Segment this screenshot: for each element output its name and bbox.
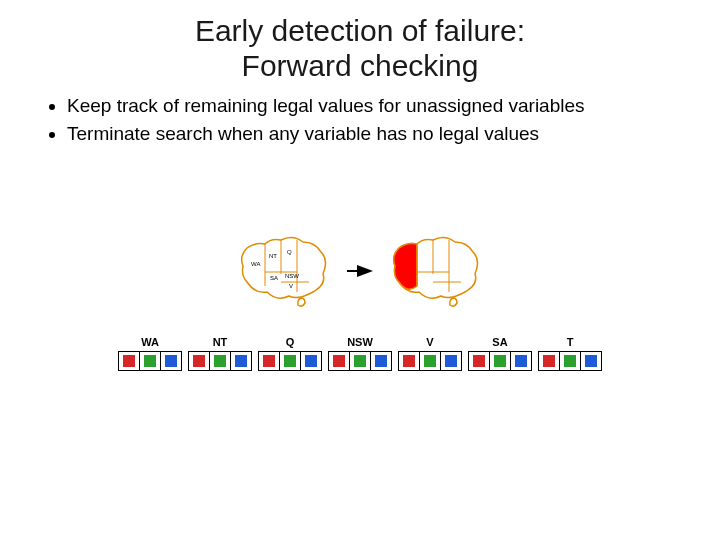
region-wa-assigned: [394, 244, 417, 290]
green-swatch: [424, 355, 436, 367]
red-swatch: [473, 355, 485, 367]
domain-cell: [329, 352, 350, 370]
domain-cell-group: [468, 351, 532, 371]
domain-cell: [469, 352, 490, 370]
blue-swatch: [165, 355, 177, 367]
domain-cell-group: [328, 351, 392, 371]
region-label: WA: [251, 261, 260, 267]
aus-tasmania: [298, 298, 305, 306]
domain-cell: [259, 352, 280, 370]
domain-table: WANTQNSWVSAT: [100, 336, 620, 371]
domain-header: V: [398, 336, 462, 348]
domain-cell: [490, 352, 511, 370]
domain-cell: [581, 352, 601, 370]
red-swatch: [263, 355, 275, 367]
red-swatch: [193, 355, 205, 367]
green-swatch: [214, 355, 226, 367]
title-line-2: Forward checking: [242, 49, 479, 82]
domain-cell: [301, 352, 321, 370]
slide-title: Early detection of failure: Forward chec…: [0, 0, 720, 83]
region-label: V: [289, 283, 293, 289]
bullet-list: Keep track of remaining legal values for…: [48, 93, 682, 146]
red-swatch: [333, 355, 345, 367]
blue-swatch: [445, 355, 457, 367]
domain-cell: [189, 352, 210, 370]
domain-header: Q: [258, 336, 322, 348]
domain-cell-group: [538, 351, 602, 371]
map-pair: WA NT Q SA NSW V: [237, 236, 483, 306]
domain-cell: [511, 352, 531, 370]
blue-swatch: [235, 355, 247, 367]
domain-header: T: [538, 336, 602, 348]
region-label: NT: [269, 253, 277, 259]
aus-mainland: [242, 237, 326, 298]
australia-map-assigned: [389, 236, 483, 306]
blue-swatch: [515, 355, 527, 367]
domain-header: NT: [188, 336, 252, 348]
domain-header: WA: [118, 336, 182, 348]
blue-swatch: [585, 355, 597, 367]
domain-cell: [539, 352, 560, 370]
domain-cell: [231, 352, 251, 370]
domain-cell: [560, 352, 581, 370]
region-label: Q: [287, 249, 292, 255]
red-swatch: [543, 355, 555, 367]
green-swatch: [284, 355, 296, 367]
domain-cell: [119, 352, 140, 370]
domain-cell: [280, 352, 301, 370]
domain-cell-group: [398, 351, 462, 371]
domain-headers-row: WANTQNSWVSAT: [100, 336, 620, 348]
green-swatch: [144, 355, 156, 367]
blue-swatch: [305, 355, 317, 367]
red-swatch: [123, 355, 135, 367]
aus-tasmania: [450, 298, 457, 306]
domain-cell: [140, 352, 161, 370]
australia-map-labeled: WA NT Q SA NSW V: [237, 236, 331, 306]
domain-cell: [161, 352, 181, 370]
domain-cell: [441, 352, 461, 370]
region-label: SA: [270, 275, 278, 281]
domain-header: SA: [468, 336, 532, 348]
domain-cell: [399, 352, 420, 370]
region-label: NSW: [285, 273, 299, 279]
domain-values-row: [100, 351, 620, 371]
domain-cell: [420, 352, 441, 370]
green-swatch: [354, 355, 366, 367]
domain-cell: [350, 352, 371, 370]
arrow-icon: [345, 261, 375, 281]
green-swatch: [494, 355, 506, 367]
title-line-1: Early detection of failure:: [195, 14, 525, 47]
bullet-item: Keep track of remaining legal values for…: [67, 93, 682, 119]
bullet-item: Terminate search when any variable has n…: [67, 121, 682, 147]
green-swatch: [564, 355, 576, 367]
domain-cell: [371, 352, 391, 370]
domain-cell-group: [118, 351, 182, 371]
domain-cell: [210, 352, 231, 370]
domain-cell-group: [258, 351, 322, 371]
domain-cell-group: [188, 351, 252, 371]
blue-swatch: [375, 355, 387, 367]
figure: WA NT Q SA NSW V: [100, 236, 620, 371]
domain-header: NSW: [328, 336, 392, 348]
red-swatch: [403, 355, 415, 367]
